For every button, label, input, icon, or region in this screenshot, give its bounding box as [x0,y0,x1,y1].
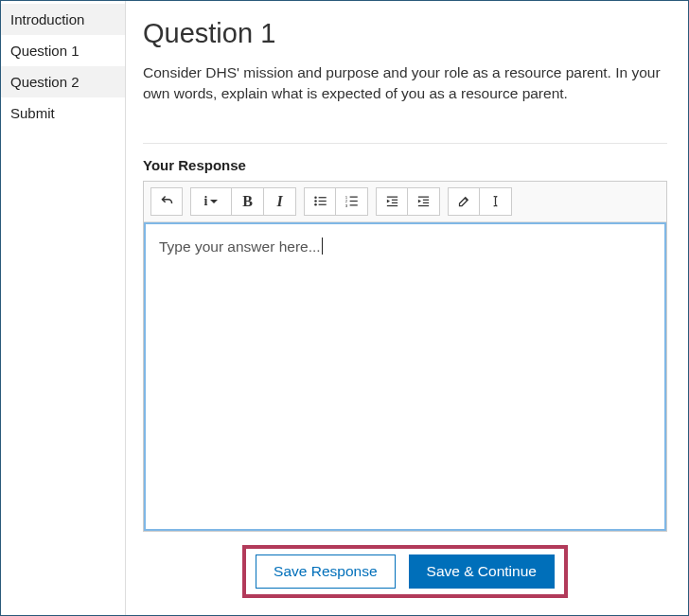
svg-rect-19 [418,205,429,206]
bullet-list-icon[interactable] [304,187,336,216]
svg-rect-12 [386,197,397,198]
indent-icon[interactable] [408,187,440,216]
divider [143,143,667,144]
svg-point-0 [314,197,317,200]
svg-point-1 [314,201,317,203]
svg-rect-15 [386,205,397,206]
sidebar-item-question-1[interactable]: Question 1 [1,35,125,66]
sidebar-item-question-2[interactable]: Question 2 [1,66,125,97]
editor-toolbar: i B I 123 [144,182,666,222]
edit-icon[interactable] [448,187,480,216]
svg-rect-16 [418,197,429,198]
response-editor[interactable]: Type your answer here... [144,222,666,531]
bold-button[interactable]: B [232,187,264,216]
editor-placeholder-text: Type your answer here... [159,238,321,255]
main-content: Question 1 Consider DHS' mission and pur… [126,1,688,615]
italic-button[interactable]: I [264,187,296,216]
sidebar-item-introduction[interactable]: Introduction [1,4,125,35]
svg-rect-9 [350,197,358,198]
outdent-icon[interactable] [376,187,408,216]
info-dropdown-button[interactable]: i [190,187,232,216]
svg-rect-5 [318,204,326,205]
svg-rect-3 [318,198,326,199]
svg-point-2 [314,203,317,206]
text-cursor-icon[interactable] [480,187,512,216]
text-caret [322,238,323,255]
numbered-list-icon[interactable]: 123 [336,187,368,216]
actions-highlight: Save Response Save & Continue [242,545,568,598]
undo-icon[interactable] [150,187,183,216]
sidebar: Introduction Question 1 Question 2 Submi… [1,1,126,615]
svg-rect-11 [350,205,358,206]
svg-rect-14 [391,202,397,203]
save-response-button[interactable]: Save Response [256,554,395,589]
svg-rect-13 [391,200,397,201]
svg-rect-17 [423,200,429,201]
editor-container: i B I 123 [143,181,667,532]
question-prompt: Consider DHS' mission and purpose and yo… [143,62,667,105]
svg-rect-10 [350,201,358,202]
save-continue-button[interactable]: Save & Continue [409,554,555,589]
svg-rect-18 [423,202,429,203]
svg-rect-4 [318,201,326,202]
sidebar-item-submit[interactable]: Submit [1,97,125,129]
page-title: Question 1 [143,18,667,49]
response-label: Your Response [143,157,667,173]
svg-text:3: 3 [345,203,348,208]
